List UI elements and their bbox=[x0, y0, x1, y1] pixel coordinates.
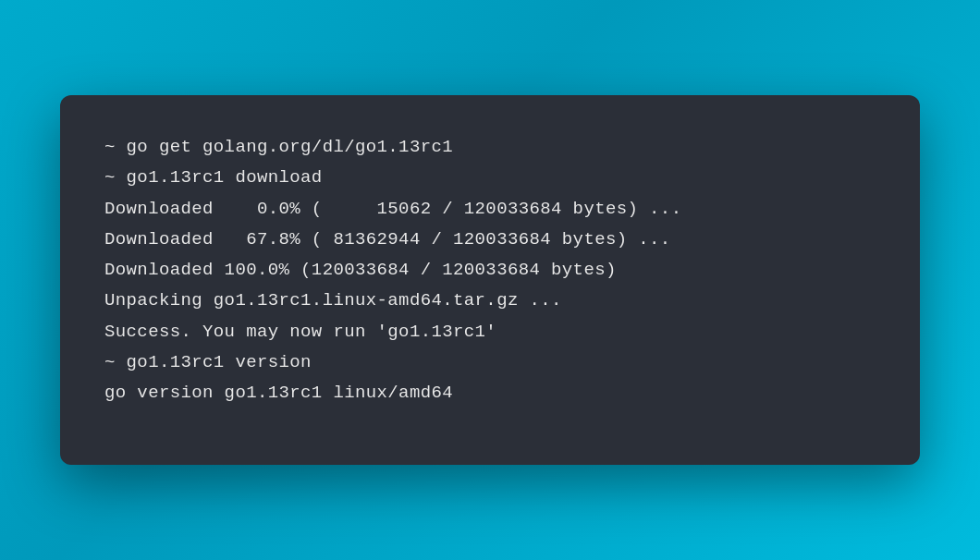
terminal-line-2: ~ go1.13rc1 download bbox=[104, 163, 876, 193]
terminal-line-9: go version go1.13rc1 linux/amd64 bbox=[104, 378, 876, 408]
terminal-line-4: Downloaded 67.8% ( 81362944 / 120033684 … bbox=[104, 225, 876, 255]
terminal-line-5: Downloaded 100.0% (120033684 / 120033684… bbox=[104, 255, 876, 286]
terminal-content: ~ go get golang.org/dl/go1.13rc1 ~ go1.1… bbox=[104, 132, 876, 408]
terminal-line-7: Success. You may now run 'go1.13rc1' bbox=[104, 317, 876, 347]
terminal-window: ~ go get golang.org/dl/go1.13rc1 ~ go1.1… bbox=[60, 95, 920, 465]
terminal-line-6: Unpacking go1.13rc1.linux-amd64.tar.gz .… bbox=[104, 286, 876, 316]
terminal-line-3: Downloaded 0.0% ( 15062 / 120033684 byte… bbox=[104, 194, 876, 225]
terminal-line-8: ~ go1.13rc1 version bbox=[104, 347, 876, 378]
terminal-line-1: ~ go get golang.org/dl/go1.13rc1 bbox=[104, 132, 876, 163]
